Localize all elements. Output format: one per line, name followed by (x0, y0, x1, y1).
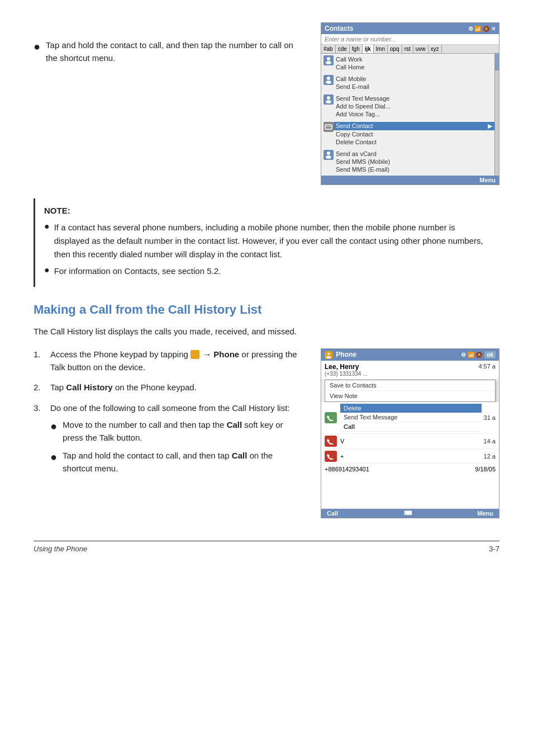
menu-send-mms-email[interactable]: Send MMS (E-mail) (336, 166, 492, 173)
menu-send-text[interactable]: Send Text Message (336, 94, 492, 102)
note-bullet-2: ● For information on Contacts, see secti… (44, 264, 491, 278)
note-section: NOTE: ● If a contact has several phone n… (34, 199, 499, 287)
call-row-2-label: V (339, 438, 482, 445)
page-footer: Using the Phone 3-7 (34, 541, 499, 553)
cs-search-bar[interactable]: Enter a name or number... (321, 34, 499, 45)
call-time-3: 12 a (484, 453, 496, 460)
svg-point-8 (327, 152, 330, 155)
cs-tab-fgh[interactable]: fgh (350, 45, 363, 53)
arrow-right: → (203, 349, 213, 359)
cs-tab-lmn[interactable]: lmn (374, 45, 388, 53)
cs-menu-label[interactable]: Menu (479, 177, 496, 183)
contacts-screenshot: Contacts ⚙ 📶 🔕 ✕ Enter a name or number.… (321, 22, 499, 185)
ps-context-menu: Save to Contacts View Note (325, 380, 496, 402)
note-bullet-icon-1: ● (44, 221, 50, 261)
step-2-bold: Call History (66, 382, 112, 392)
ps-status-icons: ⚙ 📶 🔕 (461, 352, 483, 358)
menu-call-home[interactable]: Call Home (336, 63, 492, 71)
cs-tab-xyz[interactable]: xyz (429, 45, 442, 53)
ps-title-text: Phone (336, 351, 356, 358)
cs-tab-rst[interactable]: rst (402, 45, 413, 53)
page-content: ● Tap and hold the contact to call, and … (34, 22, 499, 553)
menu-voice-tag[interactable]: Add Voice Tag... (336, 110, 492, 118)
ps-ok-button[interactable]: ok (484, 351, 496, 358)
cs-contacts-list: Call Work Call Home Call Mobile Send E-m… (321, 54, 494, 176)
ps-ctx-save[interactable]: Save to Contacts (325, 380, 495, 391)
svg-point-5 (326, 100, 331, 103)
step-2-text: Tap Call History on the Phone keypad. (50, 381, 197, 394)
ps-empty-space (321, 474, 499, 508)
svg-point-0 (327, 57, 330, 60)
menu-send-email[interactable]: Send E-mail (336, 83, 492, 91)
cs-scrollbar[interactable] (494, 54, 499, 176)
call-time-2: 14 a (484, 438, 496, 445)
contact-icon-1 (323, 55, 334, 65)
call-icon-2 (325, 436, 337, 447)
note-bullet-icon-2: ● (44, 264, 50, 278)
menu-send-mms-mobile[interactable]: Send MMS (Mobile) (336, 158, 492, 166)
cs-tab-uvw[interactable]: uvw (413, 45, 429, 53)
step-1-bold-phone: Phone (213, 349, 239, 359)
phone-screenshot: Phone ⚙ 📶 🔕 ok Lee, Henry (+33) 1331334 … (321, 348, 499, 518)
contact-icon-4 (323, 122, 334, 132)
menu-copy-contact[interactable]: Copy Contact (336, 130, 492, 138)
menu-send-contact[interactable]: Send Contact ▶ (334, 122, 494, 130)
section-intro: The Call History list displays the calls… (34, 325, 499, 338)
ps-call-button[interactable]: Call (327, 510, 338, 517)
menu-delete-contact[interactable]: Delete Contact (336, 138, 492, 146)
ps-ctx-view[interactable]: View Note (325, 391, 495, 401)
svg-point-4 (327, 96, 330, 100)
top-bullet-text: Tap and hold the contact to call, and th… (46, 39, 304, 64)
ps-titlebar: Phone ⚙ 📶 🔕 ok (321, 349, 499, 361)
ps-menu-button[interactable]: Menu (477, 510, 493, 517)
step-1-number: 1. (34, 348, 45, 374)
call-time-1: 31 a (484, 414, 496, 421)
cs-tabs-bar: #ab cde fgh ijk lmn opq rst uvw xyz (321, 45, 499, 54)
menu-call-mobile[interactable]: Call Mobile (336, 75, 492, 83)
bullet-icon: ● (34, 39, 40, 64)
signal-icon: ⚙ 📶 🔕 ✕ (468, 26, 496, 32)
ps-contact-name: Lee, Henry (325, 363, 367, 371)
step-2: 2. Tap Call History on the Phone keypad. (34, 381, 304, 394)
ps-number: +886914293401 (325, 466, 369, 472)
cs-tab-opq[interactable]: opq (388, 45, 402, 53)
contact-details-5: Send as vCard Send MMS (Mobile) Send MMS… (336, 150, 492, 173)
ps-keyboard-icon[interactable]: ⌨ (404, 510, 412, 517)
cs-contact-row-5: Send as vCard Send MMS (Mobile) Send MMS… (321, 148, 494, 176)
menu-speed-dial[interactable]: Add to Speed Dial... (336, 102, 492, 110)
sub-2-bold: Call (232, 451, 248, 460)
footer-left: Using the Phone (34, 545, 87, 553)
bottom-section: 1. Access the Phone keypad by tapping → … (34, 348, 499, 518)
cs-tab-cde[interactable]: cde (336, 45, 350, 53)
menu-call-work[interactable]: Call Work (336, 55, 492, 63)
ps-ctx-delete[interactable]: Delete (340, 404, 482, 413)
note-title: NOTE: (44, 204, 491, 218)
call-row-3-label: + (339, 453, 482, 460)
top-text: ● Tap and hold the contact to call, and … (34, 22, 304, 185)
ps-title-icons: ⚙ 📶 🔕 ok (461, 351, 496, 358)
cs-list-with-scroll: Call Work Call Home Call Mobile Send E-m… (321, 54, 499, 176)
contact-icon-2 (323, 75, 334, 85)
menu-send-vcard[interactable]: Send as vCard (336, 150, 492, 158)
sub-bullet-icon-2: ● (50, 450, 57, 475)
ps-call-row-1: Delete Send Text Message Call 31 a (321, 402, 499, 434)
contact-icon-5 (323, 150, 334, 160)
svg-point-11 (327, 353, 330, 355)
ps-ctx-send[interactable]: Send Text Message (340, 413, 482, 422)
cs-search-text: Enter a name or number... (325, 36, 396, 42)
contact-details-2: Call Mobile Send E-mail (336, 75, 492, 91)
note-bullet-text-1: If a contact has several phone numbers, … (54, 221, 491, 261)
contact-details-4: Send Contact ▶ Copy Contact Delete Conta… (336, 122, 492, 146)
ps-ctx-call[interactable]: Call (340, 422, 482, 432)
sub-bullet-text-2: Tap and hold the contact to call, and th… (63, 450, 304, 475)
cs-title: Contacts (325, 25, 353, 32)
cs-tab-hash[interactable]: #ab (321, 45, 336, 53)
bottom-text-area: 1. Access the Phone keypad by tapping → … (34, 348, 304, 518)
ps-contact-info: Lee, Henry (+33) 1331334 ... (325, 363, 367, 377)
step-3: 3. Do one of the following to call someo… (34, 402, 304, 481)
cs-bottom-bar: Menu (321, 176, 499, 185)
svg-point-1 (326, 61, 331, 64)
call-icon-3 (325, 451, 337, 462)
cs-tab-ijk[interactable]: ijk (363, 45, 374, 53)
step-1: 1. Access the Phone keypad by tapping → … (34, 348, 304, 374)
